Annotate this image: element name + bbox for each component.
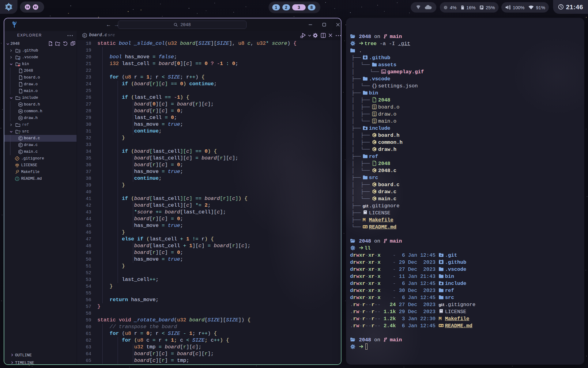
svg-text:s: s (18, 132, 20, 134)
svg-text:C: C (84, 34, 86, 37)
